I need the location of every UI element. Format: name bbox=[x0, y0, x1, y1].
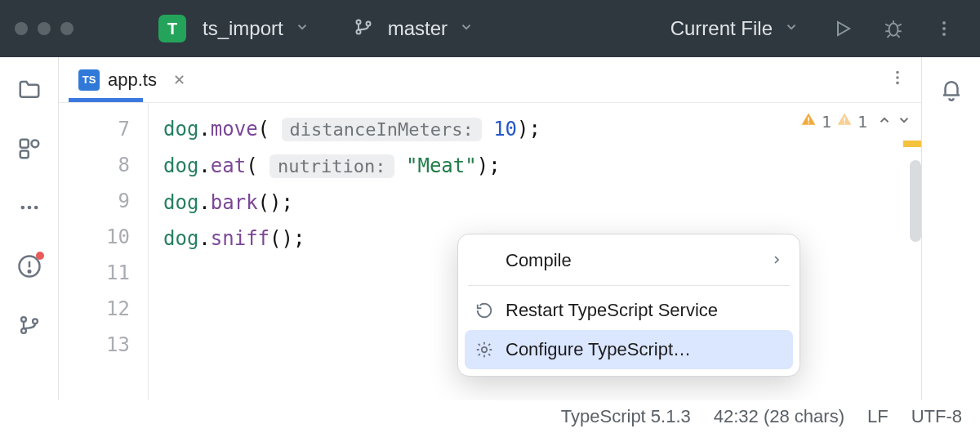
code-line[interactable]: dog.eat( nutrition: "Meat"); bbox=[163, 148, 541, 185]
typescript-file-icon: TS bbox=[78, 69, 100, 91]
status-bar: TypeScript 5.1.3 42:32 (28 chars) LF UTF… bbox=[0, 400, 980, 433]
svg-line-7 bbox=[898, 25, 901, 26]
run-icon[interactable] bbox=[830, 19, 856, 38]
chevron-down-icon[interactable] bbox=[784, 20, 799, 38]
problems-badge-dot bbox=[36, 252, 44, 260]
notifications-icon[interactable] bbox=[939, 77, 964, 400]
svg-rect-15 bbox=[20, 140, 28, 148]
menu-item-restart-ts[interactable]: Restart TypeScript Service bbox=[458, 291, 800, 330]
svg-rect-17 bbox=[20, 151, 28, 158]
inlay-hint: distanceInMeters: bbox=[282, 118, 482, 141]
svg-rect-30 bbox=[808, 118, 809, 122]
weak-warning-count: 1 bbox=[858, 112, 867, 132]
branch-name[interactable]: master bbox=[388, 17, 448, 40]
project-tool-icon[interactable] bbox=[16, 77, 42, 103]
status-ts-version[interactable]: TypeScript 5.1.3 bbox=[561, 406, 691, 427]
svg-point-28 bbox=[896, 76, 899, 79]
maximize-window-button[interactable] bbox=[60, 22, 74, 35]
left-tool-rail bbox=[0, 57, 59, 400]
structure-tool-icon[interactable] bbox=[16, 136, 42, 162]
tab-label: app.ts bbox=[108, 69, 157, 91]
debug-icon[interactable] bbox=[880, 18, 906, 39]
status-caret-position[interactable]: 42:32 (28 chars) bbox=[714, 406, 844, 427]
error-stripe-marker[interactable] bbox=[903, 141, 921, 147]
active-tab-indicator bbox=[69, 98, 143, 102]
svg-point-27 bbox=[896, 70, 899, 74]
svg-point-0 bbox=[356, 20, 360, 25]
weak-warning-icon bbox=[836, 111, 853, 132]
gear-icon bbox=[474, 341, 494, 359]
svg-rect-31 bbox=[808, 123, 809, 124]
line-number: 13 bbox=[59, 327, 148, 363]
inlay-hint: nutrition: bbox=[270, 154, 394, 178]
svg-line-11 bbox=[897, 35, 899, 38]
svg-point-23 bbox=[28, 270, 30, 273]
svg-line-6 bbox=[885, 25, 889, 26]
editor-tabbar: TS app.ts ✕ bbox=[59, 57, 921, 103]
warning-count: 1 bbox=[822, 112, 831, 132]
svg-rect-33 bbox=[844, 123, 845, 124]
svg-line-10 bbox=[887, 35, 889, 38]
chevron-right-icon bbox=[770, 250, 783, 271]
chevron-down-icon[interactable] bbox=[459, 20, 474, 38]
warning-icon bbox=[800, 111, 817, 132]
tab-actions-icon[interactable] bbox=[889, 69, 906, 92]
prev-highlight-icon[interactable] bbox=[877, 112, 892, 132]
code-line[interactable]: dog.bark(); bbox=[163, 185, 541, 221]
restart-icon bbox=[474, 301, 494, 319]
menu-separator bbox=[468, 285, 790, 286]
line-number: 11 bbox=[59, 255, 148, 291]
branch-icon[interactable] bbox=[354, 17, 373, 40]
problems-tool-icon[interactable] bbox=[16, 253, 42, 279]
close-window-button[interactable] bbox=[15, 22, 28, 35]
code-line[interactable]: dog.move( distanceInMeters: 10); bbox=[163, 111, 541, 148]
gutter: 7 8 9 10 11 12 13 bbox=[59, 103, 149, 400]
typescript-widget-popup: Compile Restart TypeScript Service Confi… bbox=[457, 234, 800, 377]
svg-point-20 bbox=[33, 206, 38, 210]
svg-point-2 bbox=[366, 22, 370, 26]
svg-point-16 bbox=[31, 140, 38, 147]
svg-point-26 bbox=[33, 319, 38, 324]
scrollbar-thumb[interactable] bbox=[910, 160, 921, 242]
titlebar: T ts_import master Current File bbox=[0, 0, 980, 57]
line-number: 12 bbox=[59, 291, 148, 327]
inspection-widget[interactable]: 1 1 bbox=[800, 111, 911, 132]
vcs-tool-icon[interactable] bbox=[16, 312, 42, 338]
minimize-window-button[interactable] bbox=[38, 22, 51, 35]
svg-rect-32 bbox=[844, 118, 845, 122]
svg-point-14 bbox=[942, 33, 946, 36]
right-tool-rail bbox=[921, 57, 980, 400]
menu-item-configure-ts[interactable]: Configure TypeScript… bbox=[465, 330, 793, 369]
svg-point-12 bbox=[942, 21, 946, 25]
status-encoding[interactable]: UTF-8 bbox=[911, 406, 962, 427]
window-controls bbox=[15, 22, 74, 35]
svg-marker-3 bbox=[838, 22, 849, 35]
more-tool-icon[interactable] bbox=[16, 194, 42, 221]
line-number: 10 bbox=[59, 219, 148, 255]
more-icon[interactable] bbox=[931, 19, 957, 38]
svg-point-34 bbox=[482, 347, 487, 352]
line-number: 8 bbox=[59, 147, 148, 183]
line-number: 9 bbox=[59, 183, 148, 219]
status-line-separator[interactable]: LF bbox=[867, 406, 889, 427]
close-icon[interactable]: ✕ bbox=[173, 71, 185, 89]
project-name[interactable]: ts_import bbox=[203, 17, 283, 40]
menu-label: Configure TypeScript… bbox=[506, 339, 691, 360]
svg-point-4 bbox=[889, 24, 898, 36]
menu-label: Compile bbox=[506, 250, 572, 271]
tab-app-ts[interactable]: TS app.ts ✕ bbox=[74, 57, 190, 102]
svg-point-19 bbox=[27, 206, 31, 210]
svg-point-13 bbox=[942, 27, 946, 30]
menu-item-compile[interactable]: Compile bbox=[458, 241, 800, 280]
svg-point-24 bbox=[21, 317, 26, 322]
project-badge: T bbox=[158, 15, 186, 42]
line-number: 7 bbox=[59, 111, 148, 147]
run-config-selector[interactable]: Current File bbox=[670, 17, 773, 40]
svg-point-18 bbox=[20, 206, 24, 210]
svg-point-29 bbox=[896, 81, 899, 84]
menu-label: Restart TypeScript Service bbox=[506, 300, 718, 321]
next-highlight-icon[interactable] bbox=[897, 112, 911, 132]
chevron-down-icon[interactable] bbox=[295, 20, 310, 38]
